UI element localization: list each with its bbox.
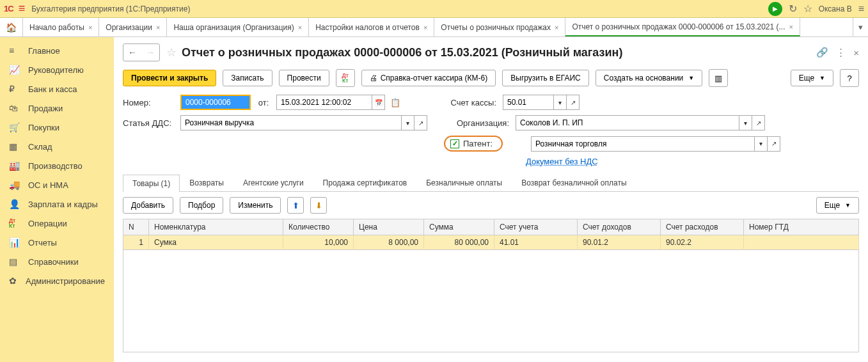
open-icon[interactable]: ↗ [567, 95, 580, 110]
close-icon[interactable]: × [555, 24, 558, 31]
post-button[interactable]: Провести [279, 70, 329, 86]
patent-checkbox[interactable]: ✓ [450, 139, 459, 148]
km6-button[interactable]: 🖨Справка-отчет кассира (КМ-6) [361, 70, 496, 86]
nav-forward-button[interactable]: → [141, 44, 159, 61]
close-doc-icon[interactable]: × [853, 47, 859, 58]
number-label: Номер: [123, 98, 180, 107]
statya-dds-input[interactable] [180, 115, 402, 130]
tab-overflow-icon[interactable]: ▾ [853, 18, 868, 36]
close-icon[interactable]: × [789, 23, 793, 31]
sidebar-item-admin[interactable]: ✿Администрирование [0, 271, 114, 290]
close-icon[interactable]: × [423, 24, 427, 31]
egais-button[interactable]: Выгрузить в ЕГАИС [502, 70, 589, 86]
sidebar-item-production[interactable]: 🏭Производство [0, 156, 114, 175]
tab-our-org[interactable]: Наша организация (Организация)× [167, 18, 309, 36]
tab-tax-settings[interactable]: Настройки налогов и отчетов× [309, 18, 434, 36]
add-button[interactable]: Добавить [123, 197, 173, 214]
col-income[interactable]: Счет доходов [578, 219, 661, 235]
dropdown-icon[interactable]: ▾ [554, 95, 567, 110]
home-tab[interactable]: 🏠 [0, 18, 23, 36]
menu-icon: ≡ [9, 45, 22, 56]
user-menu-icon[interactable]: ≡ [858, 3, 864, 15]
dropdown-icon[interactable]: ▾ [739, 115, 752, 130]
book-icon: ▤ [9, 256, 22, 267]
col-sum[interactable]: Сумма [424, 219, 494, 235]
col-qty[interactable]: Количество [283, 219, 354, 235]
favorite-icon[interactable]: ☆ [166, 45, 177, 59]
tab-returns[interactable]: Возвраты [180, 174, 233, 191]
tab-retail-reports[interactable]: Отчеты о розничных продажах× [434, 18, 565, 36]
record-button[interactable]: Записать [223, 70, 272, 86]
tab-orgs[interactable]: Организации× [99, 18, 167, 36]
col-nomenclature[interactable]: Номенклатура [149, 219, 283, 235]
open-icon[interactable]: ↗ [752, 115, 765, 130]
nds-link[interactable]: Документ без НДС [526, 157, 598, 166]
col-n[interactable]: N [123, 219, 149, 235]
sidebar-item-assets[interactable]: 🚚ОС и НМА [0, 175, 114, 194]
dtkt-button[interactable]: ДтКт [336, 69, 355, 87]
dropdown-icon[interactable]: ▾ [755, 136, 768, 152]
sidebar-item-catalogs[interactable]: ▤Справочники [0, 252, 114, 271]
tab-retail-report-doc[interactable]: Отчет о розничных продажах 0000-000006 о… [565, 18, 800, 36]
nav-back-button[interactable]: ← [123, 44, 141, 61]
doc-header: ← → ☆ Отчет о розничных продажах 0000-00… [123, 43, 859, 61]
calendar-icon[interactable]: 📅 [372, 95, 385, 110]
select-button[interactable]: Подбор [180, 197, 223, 214]
col-exp[interactable]: Счет расходов [661, 219, 744, 235]
link-icon[interactable]: 🔗 [816, 47, 828, 58]
tab-goods[interactable]: Товары (1) [123, 175, 180, 192]
schet-kassy-label: Счет кассы: [439, 98, 503, 107]
patent-input[interactable] [531, 136, 755, 152]
menu-icon[interactable]: ≡ [19, 2, 26, 15]
play-icon[interactable]: ▶ [768, 2, 782, 16]
patent-checkbox-wrap: ✓ Патент: [444, 136, 503, 152]
tab-cashless[interactable]: Безналичные оплаты [416, 174, 512, 191]
date-input[interactable] [276, 95, 372, 110]
sidebar-item-purchases[interactable]: 🛒Покупки [0, 118, 114, 137]
org-input[interactable] [516, 115, 739, 130]
sidebar-item-manager[interactable]: 📈Руководителю [0, 60, 114, 79]
number-input[interactable] [180, 95, 251, 110]
help-button[interactable]: ? [840, 69, 859, 87]
tab-start[interactable]: Начало работы× [23, 18, 99, 36]
move-up-button[interactable]: ⬆ [287, 197, 304, 214]
sidebar-item-main[interactable]: ≡Главное [0, 41, 114, 60]
sidebar-item-sales[interactable]: 🛍Продажи [0, 98, 114, 118]
tab-cashless-return[interactable]: Возврат безналичной оплаты [512, 174, 636, 191]
close-icon[interactable]: × [298, 24, 302, 31]
move-down-button[interactable]: ⬇ [310, 197, 327, 214]
refresh-icon[interactable]: 📋 [390, 98, 400, 107]
structure-button[interactable]: ▥ [709, 69, 728, 87]
open-icon[interactable]: ↗ [768, 136, 780, 152]
more-vert-icon[interactable]: ⋮ [836, 47, 846, 58]
close-icon[interactable]: × [88, 24, 92, 31]
table-row[interactable]: 1 Сумка 10,000 8 000,00 80 000,00 41.01 … [123, 235, 859, 250]
sidebar-item-bank[interactable]: ₽Банк и касса [0, 79, 114, 98]
table-more-button[interactable]: Еще▼ [816, 197, 859, 214]
open-icon[interactable]: ↗ [414, 115, 427, 130]
gear-icon: ✿ [9, 276, 19, 286]
sidebar-item-operations[interactable]: ДтКтОперации [0, 214, 114, 233]
sidebar-item-warehouse[interactable]: ▦Склад [0, 137, 114, 156]
create-basis-button[interactable]: Создать на основании▼ [596, 70, 702, 86]
history-icon[interactable]: ↻ [789, 3, 797, 15]
star-icon[interactable]: ☆ [803, 3, 812, 15]
col-gtd[interactable]: Номер ГТД [744, 219, 859, 235]
schet-kassy-input[interactable] [503, 95, 554, 110]
content: ← → ☆ Отчет о розничных продажах 0000-00… [114, 37, 868, 362]
sidebar-item-payroll[interactable]: 👤Зарплата и кадры [0, 194, 114, 214]
sidebar-item-reports[interactable]: 📊Отчеты [0, 233, 114, 252]
ot-label: от: [251, 98, 276, 107]
more-button[interactable]: Еще▼ [791, 70, 833, 86]
tab-agent[interactable]: Агентские услуги [233, 174, 313, 191]
tab-certs[interactable]: Продажа сертификатов [313, 174, 417, 191]
change-button[interactable]: Изменить [230, 197, 281, 214]
close-icon[interactable]: × [156, 24, 160, 31]
table-toolbar: Добавить Подбор Изменить ⬆ ⬇ Еще▼ [123, 192, 859, 219]
col-acc[interactable]: Счет учета [494, 219, 578, 235]
user-name[interactable]: Оксана В [819, 4, 852, 13]
dropdown-icon[interactable]: ▾ [402, 115, 414, 130]
col-price[interactable]: Цена [354, 219, 424, 235]
dtkt-icon: ДтКт [9, 218, 22, 228]
post-and-close-button[interactable]: Провести и закрыть [123, 70, 216, 86]
